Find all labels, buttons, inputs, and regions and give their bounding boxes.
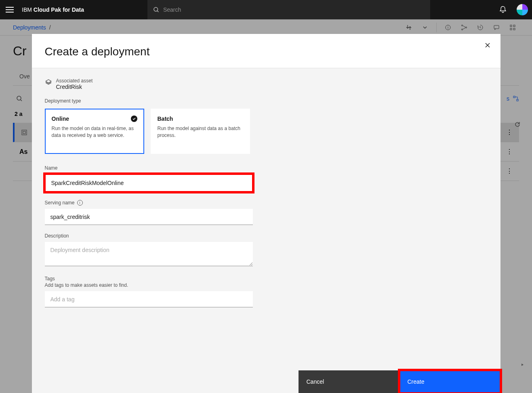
cancel-button[interactable]: Cancel: [299, 370, 400, 393]
create-deployment-modal: Create a deployment Associated asset Cre…: [32, 34, 500, 393]
asset-name: CreditRisk: [56, 84, 93, 90]
scroll-right[interactable]: [517, 360, 527, 370]
main-menu-button[interactable]: [0, 0, 19, 19]
description-input[interactable]: [45, 242, 253, 266]
svg-point-0: [154, 7, 158, 11]
deployment-type-label: Deployment type: [45, 98, 488, 104]
search-box[interactable]: [147, 0, 430, 19]
card-desc: Run the model against data as a batch pr…: [158, 125, 243, 139]
tags-sublabel: Add tags to make assets easier to find.: [45, 282, 488, 288]
modal-title: Create a deployment: [45, 45, 488, 58]
deployment-type-batch[interactable]: Batch Run the model against data as a ba…: [151, 109, 250, 154]
avatar-icon: [517, 4, 528, 15]
check-icon: [131, 116, 137, 122]
notifications-button[interactable]: [493, 0, 513, 19]
info-icon[interactable]: i: [77, 200, 83, 206]
triangle-right-icon: [520, 363, 524, 367]
tags-label: Tags: [45, 276, 488, 282]
top-header: IBM Cloud Pak for Data: [0, 0, 532, 19]
brand-prefix: IBM: [22, 6, 34, 13]
serving-name-label: Serving name i: [45, 200, 488, 206]
name-input[interactable]: [46, 175, 252, 191]
close-icon: [484, 42, 491, 48]
svg-line-1: [157, 11, 158, 12]
card-desc: Run the model on data in real-time, as d…: [52, 125, 137, 139]
modal-overlay: Create a deployment Associated asset Cre…: [0, 19, 532, 393]
card-title: Batch: [158, 116, 243, 122]
name-label: Name: [45, 165, 488, 171]
description-label: Description: [45, 233, 488, 239]
asset-icon: [45, 79, 52, 88]
bell-icon: [499, 6, 507, 14]
profile-button[interactable]: [513, 0, 532, 19]
create-button[interactable]: Create: [400, 370, 500, 393]
deployment-type-online[interactable]: Online Run the model on data in real-tim…: [45, 109, 144, 154]
card-title: Online: [52, 116, 137, 122]
hamburger-icon: [6, 7, 14, 13]
search-input[interactable]: [163, 6, 425, 13]
close-button[interactable]: [483, 40, 492, 50]
asset-label: Associated asset: [56, 78, 93, 84]
search-icon: [153, 6, 159, 13]
tags-input[interactable]: [45, 291, 253, 307]
brand-name: Cloud Pak for Data: [34, 6, 84, 13]
brand: IBM Cloud Pak for Data: [22, 6, 84, 13]
serving-name-input[interactable]: [45, 209, 253, 225]
